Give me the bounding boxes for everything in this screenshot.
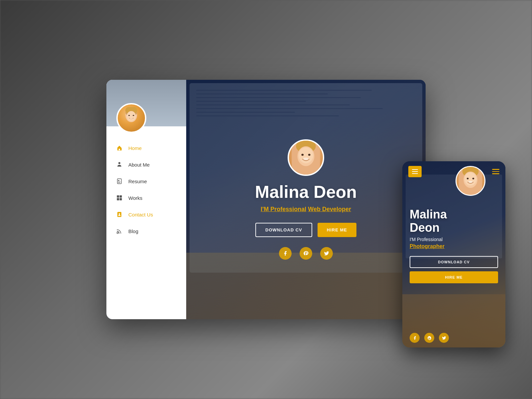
hamburger-line-2 <box>412 171 418 172</box>
mobile-profession: Photographer <box>410 243 447 249</box>
twitter-icon[interactable] <box>320 247 333 260</box>
download-cv-button[interactable]: DOWNLOAD CV <box>255 223 312 237</box>
hero-name: Malina Deon <box>255 183 357 201</box>
svg-point-23 <box>308 154 311 156</box>
sidebar-home-label: Home <box>128 145 142 151</box>
mobile-name-line1: Malina <box>410 207 447 221</box>
resume-icon <box>116 178 123 185</box>
svg-point-3 <box>127 111 136 121</box>
svg-point-22 <box>301 154 304 156</box>
svg-rect-12 <box>117 196 119 198</box>
menu-line-mid <box>492 171 499 172</box>
mobile-name-block: Malina Deon I'M Professional Photographe… <box>410 201 447 256</box>
mobile-hero-content: Malina Deon I'M Professional Photographe… <box>402 161 505 347</box>
svg-rect-15 <box>120 198 122 200</box>
svg-point-4 <box>128 115 130 116</box>
svg-rect-14 <box>117 198 119 200</box>
hire-me-button[interactable]: HIRE ME <box>318 223 356 237</box>
blog-icon <box>116 227 123 235</box>
mobile-buttons: DOWNLOAD CV HIRE ME <box>410 256 498 283</box>
sidebar-about-label: About Me <box>128 162 150 168</box>
svg-rect-13 <box>120 196 122 198</box>
menu-line-top <box>492 169 499 170</box>
home-icon <box>116 144 123 152</box>
hero-avatar-face <box>289 141 323 175</box>
svg-rect-6 <box>119 149 120 150</box>
sidebar-works-label: Works <box>128 195 142 201</box>
svg-point-24 <box>303 158 309 161</box>
sidebar-avatar <box>116 103 146 133</box>
mobile-mockup: Malina Deon I'M Professional Photographe… <box>402 161 505 347</box>
works-icon <box>116 194 123 201</box>
sidebar-item-blog[interactable]: Blog <box>106 223 186 239</box>
svg-rect-9 <box>118 180 119 181</box>
menu-line-bot <box>492 173 499 174</box>
svg-point-17 <box>117 232 119 234</box>
sidebar-resume-label: Resume <box>128 179 147 184</box>
svg-point-16 <box>119 213 120 215</box>
main-container: Home About Me <box>33 42 499 357</box>
svg-point-30 <box>472 178 474 180</box>
mobile-subtitle: I'M Professional <box>410 237 447 242</box>
sidebar-item-resume[interactable]: Resume <box>106 173 186 190</box>
mobile-name: Malina Deon <box>410 208 447 234</box>
social-icons <box>279 247 333 260</box>
hamburger-icon <box>412 169 418 174</box>
svg-point-5 <box>133 115 134 116</box>
hamburger-line-1 <box>412 169 418 170</box>
sidebar-nav: Home About Me <box>106 140 186 239</box>
user-icon <box>116 161 123 168</box>
hero-content: Malina Deon I'M Professional Web Develop… <box>186 80 426 319</box>
mobile-name-line2: Deon <box>410 221 440 234</box>
svg-rect-8 <box>117 179 121 184</box>
desktop-mockup: Home About Me <box>106 80 426 319</box>
hero-area: Malina Deon I'M Professional Web Develop… <box>186 80 426 319</box>
mobile-download-cv-button[interactable]: DOWNLOAD CV <box>410 256 498 268</box>
sidebar-item-contact[interactable]: Contact Us <box>106 206 186 223</box>
sidebar-item-works[interactable]: Works <box>106 190 186 206</box>
hero-subtitle-plain: I'M Professional <box>261 206 306 212</box>
hero-avatar <box>288 139 324 176</box>
contact-icon <box>116 211 123 218</box>
mobile-right-menu-icon[interactable] <box>492 169 499 174</box>
svg-rect-7 <box>118 162 120 164</box>
mobile-hire-me-button[interactable]: HIRE ME <box>410 271 498 283</box>
sidebar-header <box>106 80 186 126</box>
mobile-avatar <box>456 166 485 196</box>
pinterest-icon[interactable] <box>300 247 312 260</box>
mobile-menu-button[interactable] <box>408 166 422 177</box>
sidebar-item-home[interactable]: Home <box>106 140 186 156</box>
hamburger-line-3 <box>412 173 418 174</box>
facebook-icon[interactable] <box>279 247 292 260</box>
svg-point-29 <box>467 178 469 180</box>
sidebar: Home About Me <box>106 80 186 319</box>
svg-point-31 <box>468 181 473 183</box>
hero-subtitle: I'M Professional Web Developer <box>261 206 351 213</box>
hero-subtitle-highlight: Web Developer <box>308 206 351 212</box>
mobile-header <box>402 161 505 182</box>
sidebar-item-about[interactable]: About Me <box>106 156 186 173</box>
sidebar-contact-label: Contact Us <box>128 212 153 217</box>
hero-buttons: DOWNLOAD CV HIRE ME <box>255 223 356 237</box>
avatar-face-svg <box>120 107 142 129</box>
mobile-avatar-face <box>457 167 484 195</box>
sidebar-blog-label: Blog <box>128 228 138 234</box>
